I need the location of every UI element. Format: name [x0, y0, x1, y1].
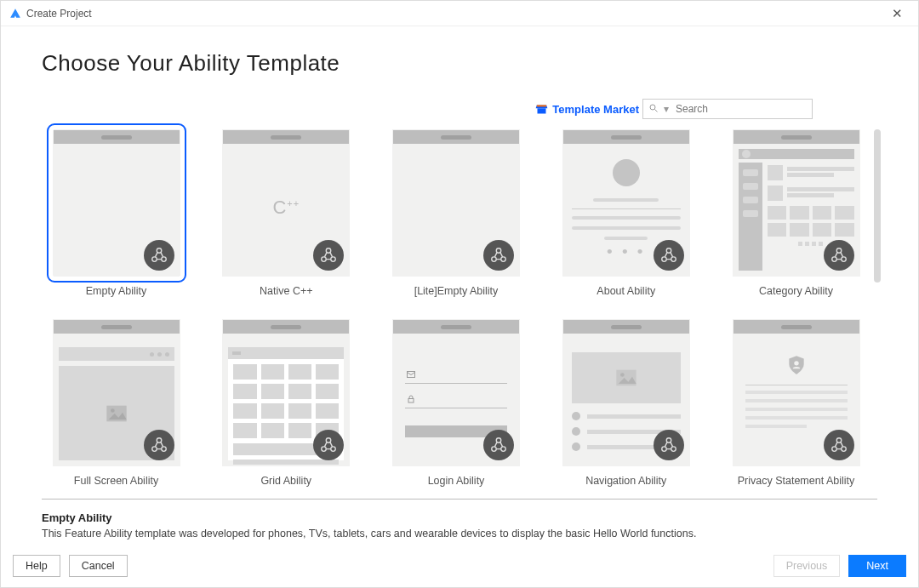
template-market-label: Template Market [552, 103, 639, 116]
ability-badge-icon [654, 240, 684, 271]
window-title: Create Project [26, 8, 92, 20]
svg-point-22 [151, 447, 157, 452]
close-button[interactable]: ✕ [885, 3, 910, 25]
svg-line-3 [655, 110, 658, 112]
search-input[interactable]: ▾ [642, 99, 813, 119]
market-icon [535, 103, 548, 116]
template-item[interactable]: • • •About Ability [551, 129, 700, 297]
template-thumbnail[interactable] [562, 319, 690, 466]
template-thumbnail[interactable] [733, 319, 860, 466]
template-label: Grid Ability [260, 475, 311, 487]
svg-point-11 [492, 257, 497, 262]
template-label: Empty Ability [86, 285, 147, 297]
svg-point-2 [650, 105, 655, 110]
template-thumbnail[interactable] [53, 319, 180, 466]
template-thumbnail[interactable] [222, 319, 350, 466]
template-thumbnail[interactable] [392, 319, 520, 466]
app-icon [9, 8, 21, 20]
template-label: [Lite]Empty Ability [414, 285, 499, 297]
svg-rect-28 [408, 399, 414, 403]
template-label: Full Screen Ability [74, 475, 158, 487]
template-label: Native C++ [260, 285, 313, 297]
template-item[interactable]: Full Screen Ability [42, 319, 191, 487]
svg-point-36 [671, 447, 676, 452]
svg-point-6 [161, 257, 166, 262]
template-item[interactable]: Login Ability [382, 319, 531, 487]
svg-point-8 [322, 257, 327, 262]
svg-rect-1 [537, 105, 546, 106]
template-thumbnail[interactable]: C++ [222, 129, 350, 277]
template-thumbnail[interactable] [392, 129, 520, 277]
svg-point-15 [671, 257, 676, 262]
template-gallery: Empty AbilityC++Native C++[Lite]Empty Ab… [42, 129, 877, 500]
page-title: Choose Your Ability Template [42, 50, 877, 77]
ability-badge-icon [654, 430, 684, 460]
template-item[interactable]: Grid Ability [212, 319, 361, 487]
footer: Help Cancel Previous Next [1, 550, 918, 587]
ability-badge-icon [824, 240, 854, 271]
description-title: Empty Ability [42, 511, 877, 524]
search-field[interactable] [674, 102, 807, 116]
description-text: This Feature Ability template was develo… [42, 528, 877, 539]
svg-point-12 [501, 257, 506, 262]
template-thumbnail[interactable]: • • • [562, 129, 690, 277]
svg-point-5 [151, 257, 157, 262]
template-item[interactable]: C++Native C++ [212, 129, 361, 297]
svg-point-17 [831, 257, 836, 262]
ability-badge-icon [313, 430, 344, 460]
svg-point-18 [841, 257, 846, 262]
ability-badge-icon [483, 240, 514, 271]
search-icon [648, 103, 659, 115]
template-label: Login Ability [428, 475, 485, 487]
svg-point-23 [161, 447, 166, 452]
svg-point-33 [620, 373, 625, 377]
ability-badge-icon [313, 240, 344, 271]
template-label: Privacy Statement Ability [738, 475, 855, 487]
next-button[interactable]: Next [848, 555, 906, 577]
template-label: About Ability [596, 285, 655, 297]
template-market-link[interactable]: Template Market [535, 103, 639, 116]
ability-badge-icon [144, 240, 174, 271]
svg-point-20 [111, 408, 115, 413]
ability-badge-icon [824, 430, 854, 460]
svg-point-35 [662, 447, 667, 452]
ability-badge-icon [483, 430, 514, 460]
ability-badge-icon [144, 430, 174, 460]
svg-point-14 [662, 257, 667, 262]
help-button[interactable]: Help [13, 555, 60, 577]
svg-point-40 [841, 447, 846, 452]
cancel-button[interactable]: Cancel [69, 555, 128, 577]
template-thumbnail[interactable] [53, 129, 180, 277]
scrollbar[interactable] [874, 129, 881, 283]
template-description: Empty Ability This Feature Ability templ… [42, 511, 877, 539]
template-item[interactable]: Navigation Ability [551, 319, 700, 487]
template-item[interactable]: Privacy Statement Ability [722, 319, 870, 487]
template-label: Category Ability [759, 285, 833, 297]
template-item[interactable]: Empty Ability [42, 129, 191, 297]
svg-point-37 [794, 361, 798, 365]
previous-button[interactable]: Previous [773, 555, 841, 577]
template-thumbnail[interactable] [733, 129, 860, 277]
template-item[interactable]: [Lite]Empty Ability [382, 129, 531, 297]
svg-point-30 [492, 447, 497, 452]
svg-rect-0 [538, 108, 546, 113]
template-label: Navigation Ability [585, 475, 666, 487]
template-item[interactable]: Category Ability [722, 129, 870, 297]
titlebar: Create Project ✕ [1, 1, 918, 26]
svg-point-26 [331, 447, 336, 452]
toolbar: Template Market ▾ [42, 97, 877, 121]
svg-point-39 [831, 447, 836, 452]
svg-point-31 [501, 447, 506, 452]
svg-point-25 [322, 447, 327, 452]
svg-point-9 [331, 257, 336, 262]
window: Create Project ✕ Choose Your Ability Tem… [0, 0, 919, 588]
